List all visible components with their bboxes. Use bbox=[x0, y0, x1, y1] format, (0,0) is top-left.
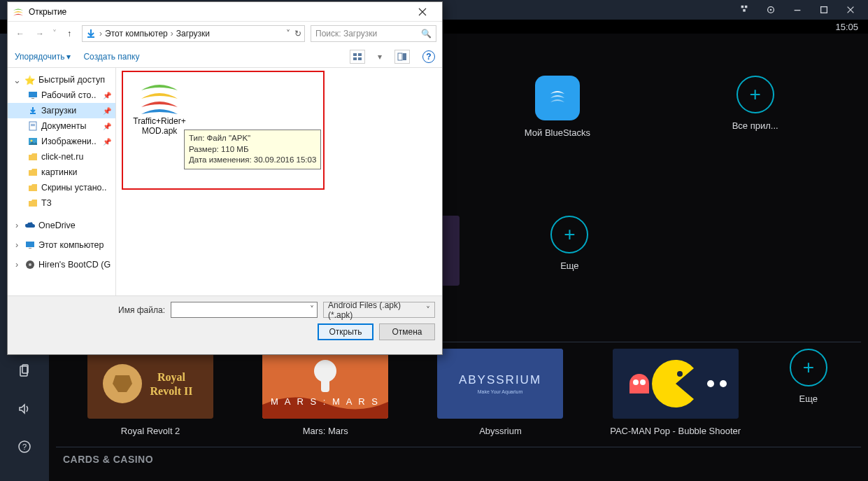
tree-this-pc[interactable]: ›Этот компьютер bbox=[8, 237, 115, 253]
filetype-dropdown[interactable]: Android Files (.apk) (*.apk) ˅ bbox=[323, 302, 435, 318]
tooltip-type: Тип: Файл "APK" bbox=[189, 133, 316, 144]
address-bar[interactable]: › Этот компьютер › Загрузки ˅ ↻ bbox=[82, 25, 305, 42]
chevron-down-icon[interactable]: ˅ bbox=[310, 305, 314, 314]
maximize-button[interactable] bbox=[811, 0, 837, 20]
file-open-dialog: Открытие ← → ˅ ↑ › Этот компьютер › Загр… bbox=[7, 1, 443, 355]
tree-hirens[interactable]: ›Hiren's BootCD (G bbox=[8, 257, 115, 272]
app-label: Abyssrium bbox=[479, 426, 522, 436]
pin-icon: 📌 bbox=[103, 107, 111, 115]
plus-icon: + bbox=[550, 216, 588, 253]
app-tile-mars[interactable]: M A R S : M A R S Mars: Mars bbox=[248, 349, 402, 436]
tree-item-downloads[interactable]: Загрузки📌 bbox=[8, 103, 115, 118]
organize-menu[interactable]: Упорядочить ▾ bbox=[15, 52, 71, 62]
search-placeholder: Поиск: Загрузки bbox=[315, 29, 377, 39]
more-label: Еще bbox=[560, 260, 578, 271]
breadcrumb-downloads[interactable]: Загрузки bbox=[176, 29, 210, 39]
minimize-button[interactable] bbox=[784, 0, 811, 20]
view-mode-button[interactable] bbox=[350, 50, 365, 64]
folder-tree[interactable]: ⌄⭐Быстрый доступ Рабочий сто..📌 Загрузки… bbox=[8, 68, 116, 295]
more-button[interactable]: + Еще bbox=[774, 349, 844, 404]
svg-point-38 bbox=[720, 380, 727, 387]
svg-rect-1 bbox=[745, 6, 748, 8]
new-folder-button[interactable]: Создать папку bbox=[83, 52, 139, 62]
svg-text:Make Your Aquarium: Make Your Aquarium bbox=[478, 389, 523, 395]
dialog-close-button[interactable] bbox=[407, 3, 438, 21]
svg-point-37 bbox=[707, 380, 714, 387]
breadcrumb-this-pc[interactable]: Этот компьютер bbox=[105, 29, 168, 39]
svg-rect-30 bbox=[321, 378, 329, 392]
all-apps-label: Все прил... bbox=[732, 120, 778, 131]
app-icon-bluestacks[interactable]: Мой BlueStacks bbox=[481, 76, 634, 138]
app-tile-pacman[interactable]: PAC-MAN Pop - Bubble Shooter bbox=[599, 349, 753, 436]
refresh-icon[interactable]: ↻ bbox=[294, 29, 301, 39]
file-list-pane[interactable]: Traffic+Rider+MOD.apk Тип: Файл "APK" Ра… bbox=[116, 68, 442, 295]
preview-pane-button[interactable] bbox=[394, 50, 410, 64]
svg-text:M A R S : M A R S: M A R S : M A R S bbox=[271, 396, 380, 407]
open-button[interactable]: Открыть bbox=[318, 323, 373, 340]
tree-item-screenshots[interactable]: Скрины устано.. bbox=[8, 180, 115, 195]
close-button[interactable] bbox=[837, 0, 864, 20]
chevron-down-icon[interactable]: ˅ bbox=[286, 29, 290, 39]
svg-rect-49 bbox=[403, 53, 406, 60]
help-button[interactable]: ? bbox=[422, 50, 435, 63]
svg-point-4 bbox=[770, 9, 772, 11]
app-label: PAC-MAN Pop - Bubble Shooter bbox=[610, 426, 741, 436]
search-icon: 🔍 bbox=[421, 29, 432, 39]
layout-icon[interactable] bbox=[731, 0, 757, 20]
all-apps-button[interactable]: + Все прил... bbox=[678, 76, 832, 131]
help-icon[interactable]: ? bbox=[16, 438, 33, 455]
settings-icon[interactable] bbox=[757, 0, 784, 20]
app-label: Royal Revolt 2 bbox=[121, 426, 180, 436]
tree-onedrive[interactable]: ›OneDrive bbox=[8, 218, 115, 233]
nav-back-button[interactable]: ← bbox=[13, 29, 27, 39]
tree-item-clicknet[interactable]: click-net.ru bbox=[8, 149, 115, 165]
cancel-button[interactable]: Отмена bbox=[379, 323, 435, 340]
svg-point-42 bbox=[640, 379, 646, 385]
tree-item-desktop[interactable]: Рабочий сто..📌 bbox=[8, 88, 115, 103]
section-header-cards: CARDS & CASINO bbox=[63, 454, 153, 465]
svg-rect-46 bbox=[353, 57, 357, 60]
svg-rect-54 bbox=[31, 124, 35, 125]
svg-rect-7 bbox=[20, 366, 27, 376]
tree-item-documents[interactable]: Документы📌 bbox=[8, 118, 115, 134]
pin-icon: 📌 bbox=[103, 123, 111, 130]
dialog-nav-toolbar: ← → ˅ ↑ › Этот компьютер › Загрузки ˅ ↻ … bbox=[8, 22, 442, 46]
folder-icon bbox=[27, 167, 38, 178]
svg-rect-50 bbox=[29, 92, 37, 97]
svg-rect-40 bbox=[629, 384, 649, 393]
file-item-apk[interactable]: Traffic+Rider+MOD.apk bbox=[130, 78, 189, 137]
app-row: RoyalRevolt II Royal Revolt 2 M A R S : … bbox=[63, 349, 854, 436]
svg-rect-52 bbox=[30, 113, 36, 114]
search-input[interactable]: Поиск: Загрузки 🔍 bbox=[311, 25, 436, 42]
nav-dropdown[interactable]: ˅ bbox=[52, 29, 57, 39]
app-tile-royalrevolt[interactable]: RoyalRevolt II Royal Revolt 2 bbox=[73, 349, 227, 436]
tooltip-date: Дата изменения: 30.09.2016 15:03 bbox=[189, 155, 316, 166]
tree-item-t3[interactable]: Т3 bbox=[8, 195, 115, 211]
bluestacks-logo-icon bbox=[12, 6, 24, 18]
svg-rect-44 bbox=[353, 53, 357, 56]
plus-icon: + bbox=[737, 76, 774, 113]
pin-icon: 📌 bbox=[103, 92, 111, 99]
app-label: Mars: Mars bbox=[303, 426, 348, 436]
more-label: Еще bbox=[799, 393, 818, 404]
volume-icon[interactable] bbox=[16, 400, 33, 417]
svg-rect-43 bbox=[87, 36, 94, 38]
svg-rect-51 bbox=[31, 98, 34, 99]
computer-icon bbox=[24, 239, 36, 251]
app-label: Мой BlueStacks bbox=[525, 127, 590, 138]
tree-quick-access[interactable]: ⌄⭐Быстрый доступ bbox=[8, 72, 115, 88]
tree-item-kartinki[interactable]: картинки bbox=[8, 165, 115, 180]
clipboard-icon[interactable] bbox=[16, 363, 33, 379]
tree-item-pictures[interactable]: Изображени..📌 bbox=[8, 134, 115, 149]
dialog-footer: Имя файла: ˅ Android Files (.apk) (*.apk… bbox=[8, 295, 442, 354]
plus-icon: + bbox=[790, 349, 827, 386]
pictures-icon bbox=[27, 136, 38, 147]
more-button[interactable]: + Еще bbox=[527, 216, 611, 271]
dialog-title: Открытие bbox=[29, 7, 66, 17]
file-name-label: Traffic+Rider+MOD.apk bbox=[130, 117, 189, 137]
svg-text:ABYSSRIUM: ABYSSRIUM bbox=[459, 373, 541, 386]
nav-up-button[interactable]: ↑ bbox=[62, 29, 76, 39]
filename-input[interactable]: ˅ bbox=[171, 302, 318, 318]
tooltip-size: Размер: 110 МБ bbox=[189, 144, 316, 155]
app-tile-abyssrium[interactable]: ABYSSRIUMMake Your Aquarium Abyssrium bbox=[423, 349, 577, 436]
